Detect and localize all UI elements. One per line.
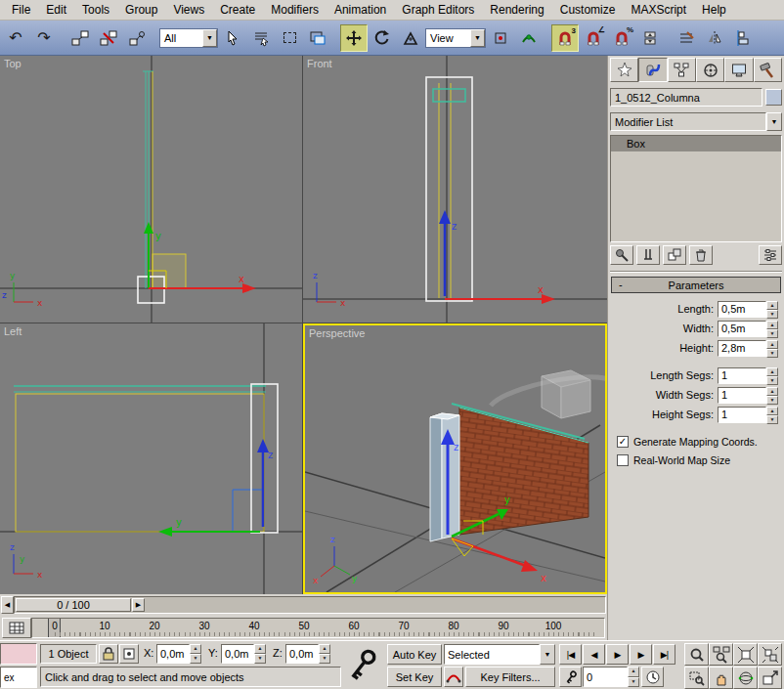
tab-hierarchy[interactable]	[668, 58, 696, 82]
height-segs-spinner[interactable]: ▲▼	[766, 407, 778, 423]
tab-motion[interactable]	[696, 58, 724, 82]
menu-tools[interactable]: Tools	[74, 0, 117, 20]
keyboard-shortcut-override-toggle[interactable]	[344, 644, 379, 687]
frame-spinner[interactable]: ▲▼	[628, 667, 639, 687]
chevron-down-icon[interactable]: ▼	[540, 644, 555, 665]
length-segs-field[interactable]: 1	[718, 367, 766, 384]
zoom-button[interactable]	[684, 643, 709, 666]
spinner-down-icon[interactable]: ▼	[254, 654, 266, 664]
select-object-button[interactable]	[219, 24, 246, 52]
set-key-button[interactable]: Set Key	[387, 667, 442, 687]
maxscript-mini-listener[interactable]: ex	[0, 667, 37, 688]
spinner-up-icon[interactable]: ▲	[319, 644, 330, 654]
menu-file[interactable]: File	[4, 0, 38, 20]
previous-frame-button[interactable]: ◀	[583, 644, 605, 665]
height-field[interactable]: 2,8m	[718, 340, 766, 357]
percent-snap-button[interactable]: %	[608, 24, 635, 52]
width-segs-spinner[interactable]: ▲▼	[766, 387, 778, 404]
length-segs-spinner[interactable]: ▲▼	[766, 367, 778, 384]
pin-stack-button[interactable]	[610, 245, 633, 265]
spinner-down-icon[interactable]: ▼	[319, 654, 330, 664]
height-spinner[interactable]: ▲▼	[766, 340, 778, 357]
region-zoom-button[interactable]	[684, 667, 709, 689]
named-selection-sets-button[interactable]	[673, 24, 700, 52]
zoom-extents-all-button[interactable]	[758, 643, 782, 666]
reference-coordinate-dropdown[interactable]: View▼	[425, 28, 486, 48]
key-mode-toggle-button[interactable]	[559, 667, 582, 687]
go-to-start-button[interactable]: |◀	[559, 644, 582, 665]
spinner-up-icon[interactable]: ▲	[766, 387, 778, 396]
absolute-mode-toggle[interactable]	[119, 644, 139, 664]
bind-to-spacewarp-button[interactable]	[123, 24, 151, 52]
coord-x-field[interactable]: 0,0m	[156, 644, 190, 664]
spinner-down-icon[interactable]: ▼	[766, 329, 778, 338]
select-and-link-button[interactable]	[66, 24, 94, 52]
tab-utilities[interactable]	[754, 58, 782, 82]
next-frame-button[interactable]: ▶	[630, 644, 652, 665]
viewport-top[interactable]: Top y x	[0, 56, 302, 323]
time-slider-thumb[interactable]: 0 / 100	[16, 598, 131, 612]
modifier-stack[interactable]: Box	[610, 135, 782, 242]
length-field[interactable]: 0,5m	[718, 301, 766, 318]
key-filters-button[interactable]: Key Filters...	[465, 667, 555, 687]
spinner-up-icon[interactable]: ▲	[254, 644, 266, 654]
spinner-down-icon[interactable]: ▼	[766, 415, 778, 424]
current-frame-field[interactable]: 0	[583, 667, 628, 687]
spinner-down-icon[interactable]: ▼	[766, 349, 778, 358]
undo-button[interactable]: ↶	[2, 24, 29, 52]
macro-recorder-pane[interactable]	[0, 643, 37, 665]
coord-y-spinner[interactable]: ▲▼	[254, 644, 266, 664]
menu-edit[interactable]: Edit	[38, 0, 74, 20]
coord-z-field[interactable]: 0,0m	[285, 644, 319, 664]
viewport-left-label[interactable]: Left	[4, 325, 22, 337]
zoom-extents-button[interactable]	[733, 643, 758, 666]
spinner-up-icon[interactable]: ▲	[628, 667, 639, 677]
time-slider-right-arrow[interactable]: ▶	[132, 598, 145, 612]
redo-button[interactable]: ↷	[30, 24, 58, 52]
generate-mapping-checkbox[interactable]: ✓	[617, 436, 629, 448]
spinner-up-icon[interactable]: ▲	[190, 644, 201, 654]
tab-create[interactable]	[610, 58, 638, 82]
mirror-button[interactable]	[701, 24, 728, 52]
menu-customize[interactable]: Customize	[552, 0, 624, 20]
timeline-ruler[interactable]: 0 10 20 30 40 50 60 70 80 90 100	[31, 618, 605, 638]
viewport-front-label[interactable]: Front	[307, 58, 332, 69]
spinner-up-icon[interactable]: ▲	[766, 367, 778, 376]
zoom-all-button[interactable]	[709, 643, 733, 666]
chevron-down-icon[interactable]: ▼	[766, 112, 782, 131]
spinner-down-icon[interactable]: ▼	[190, 654, 201, 664]
menu-group[interactable]: Group	[117, 0, 165, 20]
time-slider-track[interactable]: 0 / 100 ▶	[14, 596, 606, 614]
modifier-list-dropdown[interactable]: Modifier List ▼	[610, 112, 782, 131]
viewport-perspective-label[interactable]: Perspective	[309, 327, 365, 339]
spinner-up-icon[interactable]: ▲	[766, 340, 778, 349]
width-spinner[interactable]: ▲▼	[766, 321, 778, 337]
spinner-down-icon[interactable]: ▼	[628, 677, 639, 688]
angle-snap-button[interactable]: ∠	[580, 24, 607, 52]
selection-filter-dropdown[interactable]: All▼	[159, 28, 218, 48]
menu-graph-editors[interactable]: Graph Editors	[394, 0, 482, 20]
menu-maxscript[interactable]: MAXScript	[623, 0, 694, 20]
menu-help[interactable]: Help	[694, 0, 734, 20]
chevron-down-icon[interactable]: ▼	[202, 29, 217, 47]
menu-modifiers[interactable]: Modifiers	[263, 0, 327, 20]
stack-item-box[interactable]: Box	[611, 136, 781, 151]
auto-key-button[interactable]: Auto Key	[387, 644, 442, 665]
width-field[interactable]: 0,5m	[718, 321, 766, 337]
object-color-swatch[interactable]	[765, 89, 782, 106]
real-world-map-checkbox[interactable]	[617, 454, 629, 466]
spinner-up-icon[interactable]: ▲	[766, 407, 778, 415]
align-button[interactable]	[729, 24, 757, 52]
unlink-selection-button[interactable]	[95, 24, 122, 52]
remove-modifier-button[interactable]	[689, 245, 713, 265]
menu-views[interactable]: Views	[165, 0, 212, 20]
spinner-up-icon[interactable]: ▲	[766, 321, 778, 329]
viewport-left[interactable]: Left z y	[0, 323, 302, 594]
select-and-manipulate-button[interactable]	[515, 24, 543, 52]
spinner-down-icon[interactable]: ▼	[766, 310, 778, 319]
chevron-down-icon[interactable]: ▼	[470, 29, 485, 47]
menu-animation[interactable]: Animation	[327, 0, 394, 20]
tab-display[interactable]	[724, 58, 753, 82]
configure-modifier-sets-button[interactable]	[759, 245, 782, 265]
coord-x-spinner[interactable]: ▲▼	[190, 644, 201, 664]
